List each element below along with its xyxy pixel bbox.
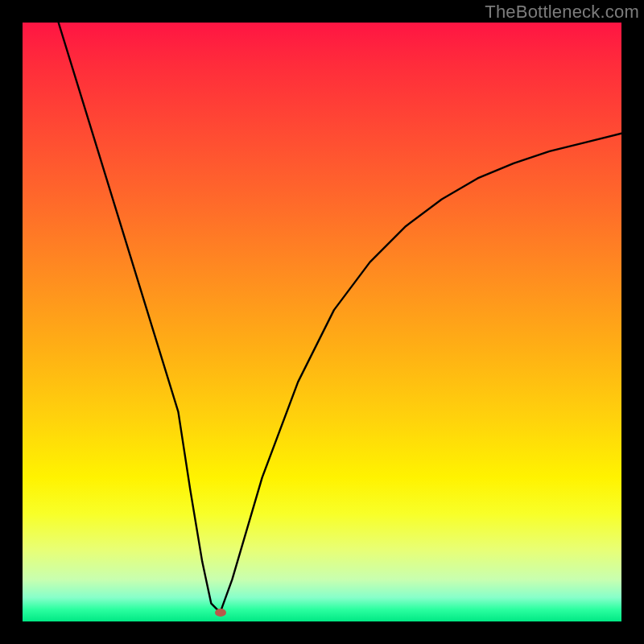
min-marker (215, 609, 226, 617)
curve-svg (23, 23, 621, 621)
chart-frame: TheBottleneck.com (0, 0, 644, 644)
plot-area (23, 23, 621, 621)
curve-path (59, 23, 621, 613)
watermark-text: TheBottleneck.com (485, 2, 639, 23)
